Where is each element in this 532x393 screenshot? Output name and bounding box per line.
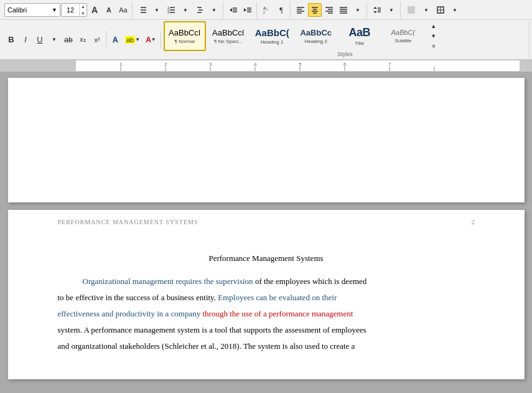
justify-arrow-button[interactable]: ▼ (351, 3, 365, 17)
font-grow-button[interactable]: A (88, 3, 101, 17)
svg-text:5: 5 (299, 62, 302, 67)
justify-icon (339, 6, 348, 14)
styles-section: AaBbCcI ¶ Normal AaBbCcI ¶ No Spaci... A… (161, 21, 530, 58)
font-name-arrow: ▼ (52, 7, 57, 13)
italic-button[interactable]: I (19, 33, 32, 47)
text-highlight-button[interactable]: ab ▼ (123, 33, 142, 47)
line-spacing-button[interactable] (370, 3, 384, 17)
bold-button[interactable]: B (4, 33, 18, 47)
page-2[interactable]: PERFORMANCE MANAGEMENT SYSTEMS 2 Perform… (8, 210, 525, 379)
style-subtitle-preview: AaBbC( (391, 29, 416, 37)
svg-text:2: 2 (164, 62, 167, 67)
body-paragraph-4: system. A performance management system … (58, 322, 475, 338)
line-spacing-group: ▼ (368, 2, 401, 18)
borders-button[interactable] (434, 3, 447, 17)
strikethrough-button[interactable]: ab (62, 33, 75, 47)
align-left-icon (296, 6, 305, 14)
bullets-icon (138, 6, 147, 14)
bullets-button[interactable] (136, 3, 149, 17)
style-title-label: Title (355, 40, 364, 46)
svg-text:1: 1 (119, 62, 123, 67)
font-shrink-button[interactable]: A (102, 3, 116, 17)
font-size-box: ▲ ▼ (61, 3, 87, 17)
body-paragraph-3: effectiveness and productivity in a comp… (58, 306, 475, 322)
line-spacing-icon (373, 6, 381, 14)
font-size-input[interactable] (62, 6, 79, 14)
underline-arrow-button[interactable]: ▼ (47, 33, 61, 47)
style-no-spacing[interactable]: AaBbCcI ¶ No Spaci... (207, 21, 250, 51)
align-center-icon (310, 6, 319, 14)
align-left-button[interactable] (294, 3, 307, 17)
style-heading1[interactable]: AaBbC( Heading 1 (251, 21, 294, 51)
change-case-button[interactable]: Aa (116, 3, 130, 17)
toolbar: Calibri ▼ ▲ ▼ A A Aa ▼ 1.2.3. (0, 0, 532, 60)
numbering-arrow-button[interactable]: ▼ (179, 3, 192, 17)
highlight-arrow: ▼ (135, 37, 140, 42)
underline-button[interactable]: U (33, 33, 47, 47)
svg-text:6: 6 (343, 62, 347, 67)
style-heading2[interactable]: AaBbCc Heading 2 (295, 21, 337, 51)
font-size-up[interactable]: ▲ (80, 3, 86, 10)
line-spacing-arrow-button[interactable]: ▼ (385, 3, 398, 17)
sort-group: A↓Z ¶ (258, 2, 291, 18)
header-title-text: PERFORMANCE MANAGEMENT SYSTEMS (58, 219, 198, 225)
style-normal-preview: AaBbCcI (169, 28, 200, 38)
style-subtitle[interactable]: AaBbC( Subtitle (382, 21, 424, 51)
font-name-dropdown[interactable]: Calibri ▼ (4, 3, 60, 17)
text-effects-button[interactable]: A (108, 33, 122, 47)
align-center-button[interactable] (308, 3, 322, 17)
styles-more-button[interactable]: ≡ (427, 41, 441, 51)
style-normal-label: ¶ Normal (175, 39, 195, 44)
increase-indent-icon (243, 6, 252, 14)
styles-label: Styles (164, 51, 526, 58)
multilevel-list-button[interactable] (193, 3, 207, 17)
show-formatting-button[interactable]: ¶ (274, 3, 288, 17)
font-name-value: Calibri (7, 6, 27, 14)
document-body[interactable]: Organizational management requires the s… (58, 273, 475, 354)
decrease-indent-button[interactable] (226, 3, 240, 17)
align-right-button[interactable] (322, 3, 336, 17)
style-normal[interactable]: AaBbCcI ¶ Normal (164, 21, 206, 51)
subscript-button[interactable]: x₂ (76, 33, 90, 47)
svg-marker-22 (244, 8, 246, 12)
indent-group (225, 2, 257, 18)
justify-button[interactable] (337, 3, 350, 17)
ruler-active-area[interactable]: 1 2 3 4 5 6 7 (76, 60, 520, 71)
styles-scroll-up[interactable]: ▲ (427, 21, 441, 31)
font-color-button[interactable]: A ▼ (143, 33, 159, 47)
align-right-icon (325, 6, 334, 14)
svg-text:Z: Z (263, 11, 265, 14)
shading-icon (406, 5, 416, 15)
page-header: PERFORMANCE MANAGEMENT SYSTEMS 2 (58, 219, 475, 225)
svg-text:3.: 3. (167, 11, 170, 14)
style-subtitle-label: Subtitle (394, 38, 411, 44)
text-effects-group: A ab ▼ A ▼ (106, 31, 161, 49)
numbering-icon: 1.2.3. (167, 6, 175, 14)
shading-arrow-button[interactable]: ▼ (419, 3, 433, 17)
font-color-icon: A (146, 36, 151, 44)
font-group: Calibri ▼ ▲ ▼ A A Aa (2, 2, 133, 18)
font-color-arrow: ▼ (151, 37, 156, 42)
font-size-down[interactable]: ▼ (80, 10, 86, 17)
body-paragraph-1: Organizational management requires the s… (58, 273, 475, 290)
ruler-left-margin (0, 60, 76, 71)
body-paragraph-5: and organizational stakeholders (Schleic… (58, 338, 475, 354)
superscript-button[interactable]: x² (90, 33, 104, 47)
increase-indent-button[interactable] (241, 3, 254, 17)
sort-button[interactable]: A↓Z (260, 3, 274, 17)
borders-arrow-button[interactable]: ▼ (448, 3, 462, 17)
svg-text:4: 4 (254, 62, 257, 67)
styles-scroll-down[interactable]: ▼ (427, 31, 441, 41)
numbering-button[interactable]: 1.2.3. (164, 3, 178, 17)
alignment-group: ▼ (292, 2, 367, 18)
style-h2-label: Heading 2 (305, 39, 327, 44)
style-h1-label: Heading 1 (261, 39, 283, 45)
bullets-arrow-button[interactable]: ▼ (150, 3, 164, 17)
multilevel-arrow-button[interactable]: ▼ (207, 3, 221, 17)
bold-italic-group: B I U ▼ ab x₂ x² (2, 31, 106, 49)
ruler-inner: 1 2 3 4 5 6 7 (0, 60, 532, 71)
shading-button[interactable] (404, 3, 419, 17)
style-title[interactable]: AaB Title (338, 21, 381, 51)
document-title: Performance Management Systems (58, 253, 475, 263)
page-1 (8, 78, 525, 202)
